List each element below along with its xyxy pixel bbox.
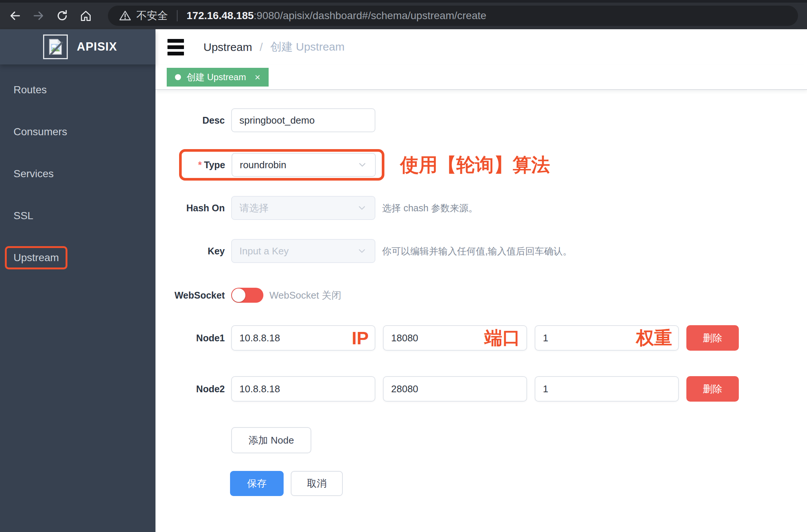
back-button[interactable] [6,7,24,25]
broken-image-icon [46,38,64,56]
page-header: Upstream / 创建 Upstream [155,29,807,65]
websocket-toggle[interactable] [231,288,263,303]
hash-on-label: Hash On [155,203,225,214]
key-row: Key Input a Key 你可以编辑并输入任何值,输入值后回车确认。 [155,239,807,263]
warning-icon [119,10,131,22]
hamburger-menu-icon[interactable] [167,39,184,55]
type-select[interactable]: roundrobin [232,153,376,177]
desc-label: Desc [155,115,225,126]
chevron-down-icon [357,246,367,256]
toggle-knob [232,288,245,302]
form-actions: 保存 取消 [230,471,807,496]
type-label: *Type [182,160,225,170]
browser-toolbar: 不安全 172.16.48.185:9080/apisix/dashboard#… [0,0,807,29]
url-host: 172.16.48.185 [187,10,254,22]
sidebar-item-label: SSL [13,210,33,222]
sidebar-item-ssl[interactable]: SSL [0,195,155,237]
home-icon [79,9,93,22]
chevron-down-icon [357,160,368,170]
type-row: *Type roundrobin 使用【轮询】算法 [155,149,807,181]
tab-create-upstream[interactable]: 创建 Upstream × [167,68,269,87]
add-node-row: 添加 Node [155,427,807,453]
websocket-status: WebSocket 关闭 [269,289,341,302]
node2-ip-wrap [231,376,375,402]
required-mark: * [198,160,202,170]
breadcrumb: Upstream / 创建 Upstream [203,39,345,55]
chevron-down-icon [357,203,367,213]
home-button[interactable] [77,7,95,25]
node1-weight-wrap: 权重 [535,325,679,351]
desc-input[interactable] [231,108,375,132]
node2-ip-input[interactable] [231,376,375,402]
address-bar-divider [177,10,178,21]
main-content: Upstream / 创建 Upstream 创建 Upstream × Des… [155,29,807,532]
node2-port-wrap [383,376,527,402]
sidebar-item-upstream[interactable]: Upstream [0,237,155,279]
hash-on-select: 请选择 [231,196,375,220]
breadcrumb-separator: / [260,41,263,54]
sidebar-item-label: Services [13,168,54,180]
brand-row: APISIX [0,29,155,64]
type-annotation: 使用【轮询】算法 [400,152,550,178]
node1-weight-input[interactable] [535,325,679,351]
node2-label: Node2 [155,384,225,395]
hash-on-row: Hash On 请选择 选择 chash 参数来源。 [155,196,807,220]
node1-row: Node1 IP 端口 权重 删除 [155,325,807,351]
node2-row: Node2 删除 [155,376,807,402]
sidebar-item-label: Routes [13,84,47,96]
tab-strip: 创建 Upstream × [155,65,807,90]
type-select-value: roundrobin [240,159,286,171]
tab-close-icon[interactable]: × [255,72,260,82]
save-button[interactable]: 保存 [230,471,284,496]
websocket-row: WebSocket WebSocket 关闭 [155,288,807,303]
sidebar-item-services[interactable]: Services [0,153,155,195]
breadcrumb-current: 创建 Upstream [270,39,344,55]
node2-port-input[interactable] [383,376,527,402]
forward-icon [32,9,45,22]
hash-on-hint: 选择 chash 参数来源。 [382,202,478,214]
sidebar-item-label: Upstream [13,252,59,263]
websocket-label: WebSocket [155,290,225,301]
cancel-button[interactable]: 取消 [291,471,343,496]
add-node-button[interactable]: 添加 Node [231,427,311,453]
annotation-box-upstream: Upstream [5,246,67,269]
node1-ip-wrap: IP [231,325,375,351]
key-select: Input a Key [231,239,375,263]
annotation-box-type: *Type roundrobin [179,149,384,181]
forward-button[interactable] [30,7,48,25]
sidebar: APISIX Routes Consumers Services SSL [0,29,155,532]
node1-port-wrap: 端口 [383,325,527,351]
security-label: 不安全 [136,9,168,23]
breadcrumb-parent[interactable]: Upstream [203,41,252,54]
upstream-form: Desc *Type roundrobin 使用【轮询】算法 [155,90,807,496]
key-placeholder: Input a Key [239,245,289,257]
node2-weight-wrap [535,376,679,402]
brand-name: APISIX [77,40,117,54]
hash-on-placeholder: 请选择 [239,202,269,215]
tab-label: 创建 Upstream [187,71,246,83]
logo-box [43,34,68,59]
sidebar-item-consumers[interactable]: Consumers [0,111,155,153]
node1-delete-button[interactable]: 删除 [686,325,739,351]
sidebar-item-routes[interactable]: Routes [0,69,155,111]
address-bar[interactable]: 不安全 172.16.48.185:9080/apisix/dashboard#… [108,6,798,26]
url-path: :9080/apisix/dashboard#/schema/upstream/… [254,10,486,22]
node2-weight-input[interactable] [535,376,679,402]
node2-delete-button[interactable]: 删除 [686,376,739,402]
sidebar-item-label: Consumers [13,126,67,138]
sidebar-nav: Routes Consumers Services SSL Upstream [0,64,155,279]
desc-row: Desc [155,108,807,132]
reload-icon [55,9,69,22]
back-icon [8,9,22,22]
key-label: Key [155,246,225,257]
node1-label: Node1 [155,333,225,344]
node1-ip-input[interactable] [231,325,375,351]
screen: 不安全 172.16.48.185:9080/apisix/dashboard#… [0,0,807,532]
reload-button[interactable] [53,7,71,25]
tab-dot-icon [175,74,181,80]
key-hint: 你可以编辑并输入任何值,输入值后回车确认。 [382,245,572,257]
node1-port-input[interactable] [383,325,527,351]
